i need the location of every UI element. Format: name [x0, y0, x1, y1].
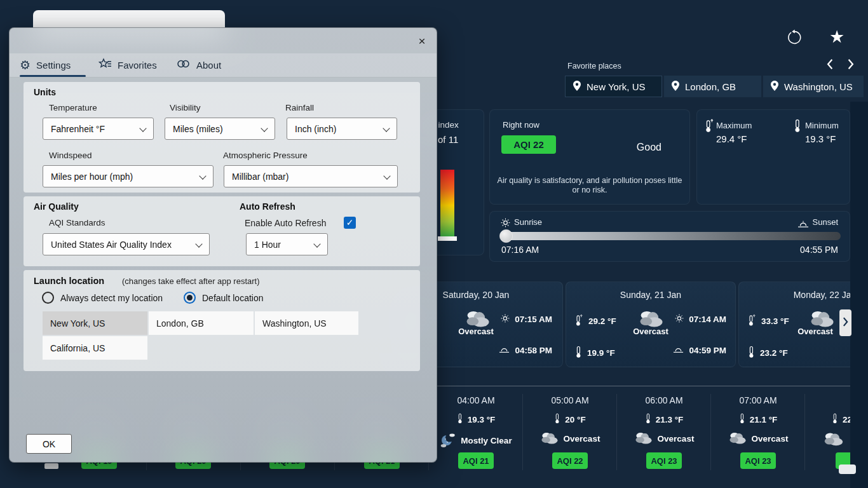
- daily-card-sunday[interactable]: Sunday, 21 Jan 29.2 °F 07:14 AM Overcast…: [566, 281, 736, 367]
- refresh-button[interactable]: [786, 29, 803, 46]
- refresh-icon: [786, 37, 803, 48]
- uv-index-scale: of 11: [438, 134, 458, 145]
- daily-low: 23.2 °F: [760, 348, 788, 358]
- location-option-washington[interactable]: Washington, US: [255, 311, 358, 335]
- min-value: 19.3 °F: [805, 133, 836, 144]
- sunset-icon: [797, 219, 809, 231]
- dialog-tabbar: ⚙ Settings Favorites About: [10, 53, 437, 78]
- chevron-down-icon: [139, 125, 146, 132]
- aqi-badge: AQI 23: [740, 452, 776, 469]
- close-button[interactable]: ×: [414, 33, 430, 50]
- air-quality-panel: Air Quality AQI Standards United States …: [24, 196, 420, 266]
- hour-column-0500: 05:00 AM 20 °F Overcast AQI 22: [523, 392, 617, 473]
- close-icon: ×: [418, 34, 425, 48]
- mostly-clear-icon: [440, 431, 456, 450]
- rate-star-icon: [98, 58, 112, 72]
- default-location-radio[interactable]: [184, 292, 196, 304]
- favorites-prev-button[interactable]: [825, 58, 841, 74]
- favorite-place-new-york[interactable]: New York, US: [565, 76, 662, 97]
- default-location-label: Default location: [202, 293, 264, 303]
- aqi-description: Air quality is satisfactory, and air pol…: [496, 176, 683, 195]
- tab-favorites[interactable]: Favorites: [98, 53, 157, 76]
- favorite-place-washington[interactable]: Washington, US: [763, 76, 864, 97]
- tab-label: Favorites: [118, 60, 157, 71]
- overcast-icon: [728, 431, 747, 446]
- check-icon: ✓: [346, 217, 354, 227]
- units-panel: Units Temperature Visibility Rainfall Fa…: [24, 82, 420, 193]
- location-pin-icon: [573, 81, 581, 93]
- thermometer-icon: [739, 413, 745, 426]
- dropdown-value: Inch (inch): [295, 124, 336, 134]
- chevron-down-icon: [383, 172, 390, 179]
- scroll-sliver: [839, 464, 856, 474]
- sunset-time: 04:55 PM: [800, 245, 838, 255]
- visibility-label: Visibility: [170, 103, 201, 112]
- visibility-dropdown[interactable]: Miles (miles): [165, 118, 275, 140]
- thermometer-icon: [554, 413, 560, 426]
- daily-date: Sunday, 21 Jan: [566, 290, 735, 300]
- tab-label: Settings: [36, 60, 71, 71]
- location-option-label: California, US: [50, 343, 105, 353]
- hour-condition: Mostly Clear: [461, 436, 512, 445]
- extremes-card: Maximum 29.4 °F Minimum 19.3 °F: [696, 109, 850, 205]
- location-pin-icon: [771, 81, 778, 93]
- chevron-down-icon: [195, 240, 202, 247]
- aqi-badge: AQI 22: [552, 452, 588, 469]
- detect-location-radio[interactable]: [42, 292, 54, 304]
- favorite-star-button[interactable]: ★: [828, 27, 846, 46]
- hour-time: 06:00 AM: [617, 395, 711, 405]
- tab-settings[interactable]: ⚙ Settings: [20, 53, 71, 76]
- rainfall-dropdown[interactable]: Inch (inch): [287, 118, 397, 140]
- auto-refresh-checkbox[interactable]: ✓: [344, 217, 356, 229]
- sun-slider-track: [501, 232, 841, 240]
- sun-card: Sunrise Sunset 07:16 AM 04:55 PM: [489, 211, 850, 262]
- rainfall-label: Rainfall: [285, 103, 314, 112]
- sunrise-label: Sunrise: [514, 217, 542, 227]
- units-title: Units: [34, 87, 56, 97]
- daily-sunrise: 07:15 AM: [515, 315, 552, 324]
- aqi-standards-dropdown[interactable]: United States Air Quality Index: [43, 233, 210, 255]
- ok-button[interactable]: OK: [26, 434, 72, 454]
- favorite-place-london[interactable]: London, GB: [664, 76, 761, 97]
- hour-condition: Overcast: [752, 434, 789, 444]
- daily-sunrise: 07:14 AM: [689, 315, 726, 324]
- daily-next-button[interactable]: [839, 309, 851, 336]
- aqi-badge: AQI 23: [646, 452, 682, 469]
- location-option-london[interactable]: London, GB: [149, 311, 254, 335]
- temperature-dropdown[interactable]: Fahrenheit °F: [43, 118, 154, 140]
- dropdown-value: Miles (miles): [173, 124, 223, 134]
- dropdown-value: Fahrenheit °F: [51, 124, 105, 134]
- thermometer-icon: [748, 346, 755, 360]
- pressure-dropdown[interactable]: Millibar (mbar): [224, 165, 398, 187]
- hour-condition: Overcast: [658, 434, 695, 444]
- uv-gradient-bar: [440, 170, 454, 238]
- location-option-label: Washington, US: [262, 318, 327, 329]
- hour-column-0400: 04:00 AM 19.3 °F Mostly Clear AQI 21: [429, 392, 523, 473]
- refresh-interval-dropdown[interactable]: 1 Hour: [246, 233, 328, 255]
- daily-sunset: 04:59 PM: [689, 346, 726, 355]
- tab-about[interactable]: About: [176, 53, 221, 76]
- settings-dialog: × ⚙ Settings Favorites About Units Tempe…: [9, 27, 437, 463]
- launch-location-title: Launch location: [34, 276, 104, 286]
- chevron-down-icon: [199, 172, 206, 179]
- daily-high: 29.2 °F: [588, 316, 616, 326]
- min-label: Minimum: [805, 121, 839, 130]
- favorites-next-button[interactable]: [846, 58, 862, 74]
- launch-location-note: (changes take effect after app restart): [122, 276, 260, 286]
- hour-temp: 20 °F: [565, 415, 585, 424]
- gear-icon: ⚙: [20, 58, 31, 72]
- sunset-icon: [673, 346, 684, 355]
- dropdown-value: United States Air Quality Index: [51, 240, 172, 250]
- location-option-new-york[interactable]: New York, US: [43, 311, 147, 335]
- daily-condition: Overcast: [566, 327, 735, 336]
- hour-condition: Overcast: [564, 434, 600, 444]
- overcast-icon: [540, 431, 559, 446]
- thermometer-up-icon: [705, 119, 714, 135]
- hour-time: 07:00 AM: [711, 395, 805, 405]
- thermometer-icon: [575, 346, 582, 360]
- location-option-california[interactable]: California, US: [43, 336, 147, 360]
- sunset-icon: [499, 346, 510, 355]
- uv-marker: [438, 236, 457, 241]
- windspeed-dropdown[interactable]: Miles per hour (mph): [43, 165, 214, 187]
- thermometer-icon: [794, 119, 801, 135]
